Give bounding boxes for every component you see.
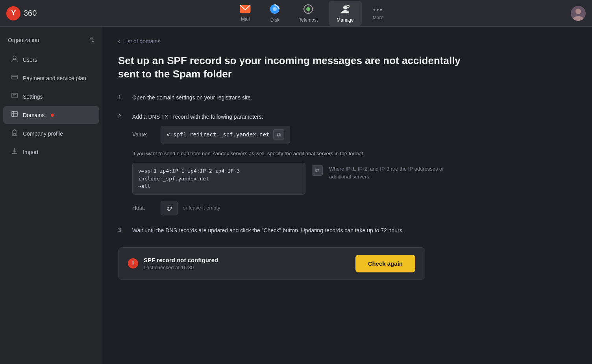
host-at: @ — [161, 201, 178, 215]
svg-point-2 — [273, 7, 277, 11]
nav-right — [571, 6, 586, 21]
breadcrumb-arrow-icon: ‹ — [118, 38, 120, 45]
value-text: v=spf1 redirect=_spf.yandex.net — [166, 131, 269, 139]
svg-rect-19 — [12, 111, 17, 117]
host-or: or leave it empty — [183, 204, 220, 212]
logo-area[interactable]: Y 360 — [6, 6, 37, 20]
telemost-icon — [303, 4, 313, 16]
sidebar-item-users[interactable]: Users — [3, 51, 99, 68]
top-navigation: Y 360 Mail Disk — [0, 0, 592, 27]
sidebar-item-import[interactable]: Import — [3, 143, 99, 161]
alt-value-row: v=spf1 ip4:IP-1 ip4:IP-2 ip4:IP-3 includ… — [132, 163, 576, 195]
sidebar-users-label: Users — [23, 57, 37, 63]
nav-item-more[interactable]: ••• More — [365, 3, 391, 24]
step-2-number: 2 — [118, 113, 124, 215]
svg-point-12 — [575, 9, 581, 14]
content-area: ‹ List of domains Set up an SPF record s… — [102, 27, 592, 364]
value-label: Value: — [132, 131, 156, 139]
status-text-block: SPF record not configured Last checked a… — [144, 257, 218, 270]
breadcrumb[interactable]: ‹ List of domains — [118, 38, 576, 45]
svg-point-13 — [13, 56, 16, 59]
sidebar-item-payment[interactable]: Payment and service plan — [3, 69, 99, 87]
logo-text: 360 — [24, 9, 37, 18]
svg-rect-14 — [12, 75, 17, 79]
alt-value-text: v=spf1 ip4:IP-1 ip4:IP-2 ip4:IP-3 includ… — [138, 168, 240, 189]
settings-icon — [11, 92, 18, 101]
org-label: Organization — [8, 37, 39, 43]
copy-value-button[interactable]: ⧉ — [273, 129, 284, 140]
copy-icon: ⧉ — [277, 131, 281, 138]
step-1: 1 Open the domain settings on your regis… — [118, 94, 576, 102]
sidebar-settings-label: Settings — [23, 94, 43, 100]
step-3-text: Wait until the DNS records are updated a… — [132, 226, 576, 235]
nav-disk-label: Disk — [270, 17, 279, 23]
sidebar-item-domains[interactable]: Domains — [3, 106, 99, 124]
more-icon: ••• — [373, 6, 383, 13]
page-title: Set up an SPF record so your incoming me… — [118, 54, 472, 81]
step-2: 2 Add a DNS TXT record with the followin… — [118, 113, 576, 215]
svg-rect-16 — [12, 93, 17, 98]
step-1-text: Open the domain settings on your registr… — [132, 94, 576, 102]
nav-mail-label: Mail — [241, 17, 250, 22]
sidebar: Organization ⇅ Users Payment and service… — [0, 27, 102, 364]
copy-alt-value-button[interactable]: ⧉ — [312, 165, 323, 176]
copy-alt-icon: ⧉ — [315, 167, 319, 174]
mail-icon — [240, 5, 251, 15]
org-selector[interactable]: Organization ⇅ — [0, 33, 102, 50]
step-3-number: 3 — [118, 226, 124, 235]
manage-icon — [340, 4, 350, 16]
alt-hint: Where IP-1, IP-2, and IP-3 are the IP ad… — [329, 163, 447, 180]
host-row: Host: @ or leave it empty — [132, 201, 576, 215]
domains-notification-dot — [51, 114, 54, 117]
nav-item-disk[interactable]: Disk — [262, 1, 288, 26]
status-bar: ! SPF record not configured Last checked… — [118, 247, 425, 280]
company-icon — [11, 129, 18, 138]
nav-item-manage[interactable]: Manage — [329, 1, 361, 26]
error-icon: ! — [128, 258, 138, 268]
additional-note: If you want to send email from non-Yande… — [132, 150, 576, 158]
nav-more-label: More — [373, 15, 383, 20]
main-layout: Organization ⇅ Users Payment and service… — [0, 27, 592, 364]
sidebar-company-label: Company profile — [23, 131, 63, 137]
nav-telemost-label: Telemost — [299, 17, 318, 23]
step-1-number: 1 — [118, 94, 124, 102]
payment-icon — [11, 74, 18, 83]
nav-item-telemost[interactable]: Telemost — [291, 1, 326, 26]
sidebar-payment-label: Payment and service plan — [23, 75, 86, 81]
org-expand-icon: ⇅ — [89, 36, 94, 44]
host-label: Host: — [132, 204, 156, 212]
status-title: SPF record not configured — [144, 257, 218, 263]
value-box: v=spf1 redirect=_spf.yandex.net ⧉ — [161, 126, 290, 143]
sidebar-import-label: Import — [23, 149, 39, 155]
domains-icon — [11, 110, 18, 119]
sidebar-domains-label: Domains — [23, 112, 44, 118]
status-subtitle: Last checked at 16:30 — [144, 265, 218, 270]
value-row: Value: v=spf1 redirect=_spf.yandex.net ⧉ — [132, 126, 576, 143]
sidebar-item-settings[interactable]: Settings — [3, 88, 99, 105]
step-3: 3 Wait until the DNS records are updated… — [118, 226, 576, 235]
nav-manage-label: Manage — [337, 17, 353, 23]
sidebar-item-company[interactable]: Company profile — [3, 125, 99, 142]
status-left: ! SPF record not configured Last checked… — [128, 257, 218, 270]
step-2-text: Add a DNS TXT record with the following … — [132, 113, 576, 121]
logo-icon: Y — [6, 6, 20, 20]
check-again-button[interactable]: Check again — [355, 255, 415, 272]
disk-icon — [270, 4, 280, 16]
import-icon — [11, 147, 18, 156]
svg-rect-22 — [14, 133, 15, 135]
step-2-content: Add a DNS TXT record with the following … — [132, 113, 576, 215]
alt-value-box: v=spf1 ip4:IP-1 ip4:IP-2 ip4:IP-3 includ… — [132, 163, 305, 195]
nav-items: Mail Disk Telemos — [52, 1, 571, 26]
breadcrumb-label: List of domains — [123, 38, 160, 44]
user-avatar[interactable] — [571, 6, 586, 21]
nav-item-mail[interactable]: Mail — [232, 2, 259, 25]
users-icon — [11, 55, 18, 64]
